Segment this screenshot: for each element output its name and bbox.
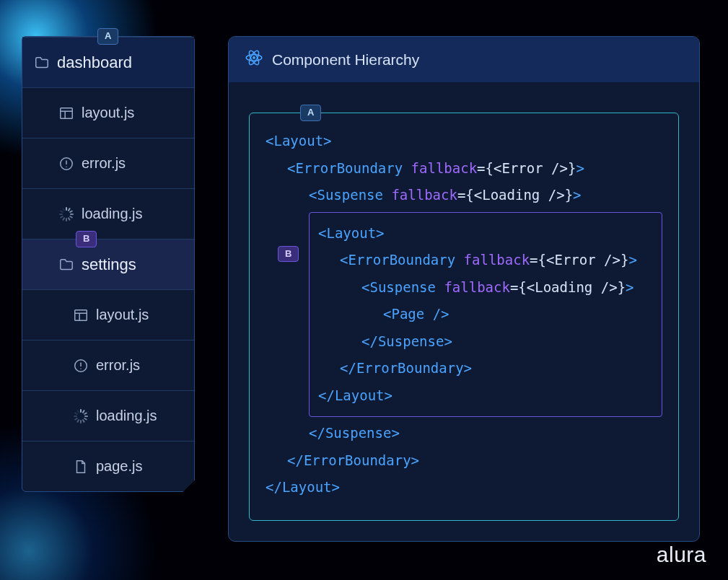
code-line: <Suspense fallback={<Loading />}> [318,274,653,302]
file-tree-item-label: loading.js [96,408,157,424]
code-line: </ErrorBoundary> [266,447,662,475]
svg-rect-3 [75,309,87,320]
code-line: <ErrorBoundary fallback={<Error />}> [318,247,653,274]
svg-rect-0 [61,107,73,118]
alert-icon [58,156,74,172]
file-tree-root-label: dashboard [57,53,132,72]
file-tree-panel: A dashboard layout.js error.js [22,36,195,492]
file-tree-nested-label: settings [82,255,136,274]
alert-icon [73,358,89,374]
code-region-a: A <Layout> <ErrorBoundary fallback={<Err… [249,113,679,521]
svg-point-6 [253,56,255,59]
file-tree-item-layout[interactable]: layout.js [22,87,194,138]
file-tree-item-loading[interactable]: loading.js [22,390,194,441]
code-line: <ErrorBoundary fallback={<Error />}> [266,155,662,183]
code-region-b: B <Layout> <ErrorBoundary fallback={<Err… [309,212,662,418]
svg-point-5 [80,368,81,369]
code-line: <Suspense fallback={<Loading />}> [266,182,662,209]
code-line: <Layout> [266,128,662,155]
file-tree-item-page[interactable]: page.js [22,441,194,491]
file-tree-item-label: layout.js [96,307,149,323]
file-tree-item-layout[interactable]: layout.js [22,289,194,340]
tag-a: A [300,105,321,121]
file-tree-nested-folder[interactable]: B settings [22,239,194,289]
code-line: </Layout> [266,474,662,501]
component-hierarchy-panel: Component Hierarchy A <Layout> <ErrorBou… [228,36,700,542]
code-line: </Layout> [318,382,653,410]
tag-b: B [76,231,97,247]
watermark-logo: alura [657,542,706,567]
tag-b: B [278,246,299,263]
file-tree-item-error[interactable]: error.js [22,138,194,188]
folder-icon [58,257,74,273]
file-icon [73,459,89,475]
code-line: <Page /> [318,301,653,328]
folder-icon [34,55,50,71]
spinner-icon [58,206,74,222]
code-line: </Suspense> [318,328,653,356]
file-tree-item-loading[interactable]: loading.js [22,188,194,239]
code-line: </Suspense> [266,420,662,447]
diagram-stage: A dashboard layout.js error.js [22,36,706,542]
code-line: </ErrorBoundary> [318,355,653,382]
component-hierarchy-title: Component Hierarchy [272,51,419,69]
react-icon [245,48,263,71]
tag-a: A [97,28,118,45]
code-line: <Layout> [318,220,653,247]
layout-icon [58,105,74,121]
component-hierarchy-header: Component Hierarchy [229,37,699,82]
file-tree-item-label: error.js [96,357,140,374]
file-tree-item-label: loading.js [82,206,143,222]
spinner-icon [73,408,89,424]
file-tree-item-label: error.js [82,155,126,172]
file-tree-item-error[interactable]: error.js [22,340,194,390]
svg-point-2 [66,166,66,167]
file-tree-item-label: layout.js [82,105,134,121]
layout-icon [73,307,89,323]
component-hierarchy-body: A <Layout> <ErrorBoundary fallback={<Err… [229,82,699,541]
file-tree-item-label: page.js [96,458,143,475]
